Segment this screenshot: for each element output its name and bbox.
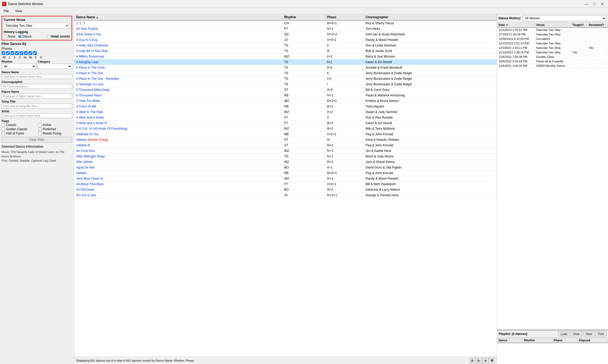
col-reviewed[interactable]: Reviewed? xyxy=(587,22,608,27)
col-taught[interactable]: Taught? xyxy=(571,22,587,27)
maximize-button[interactable]: □ xyxy=(591,1,598,7)
col-dance-name[interactable]: Dance Name ▲ xyxy=(74,14,282,20)
dance-name-cell[interactable]: A Thousand Years xyxy=(74,93,282,98)
dance-name-cell[interactable]: Adeline III xyxy=(74,143,282,148)
font-button[interactable]: A xyxy=(483,358,488,363)
history-row[interactable]: 11/6/2022 7:59:38 PMSunday Class xyxy=(497,55,608,59)
dance-name-cell[interactable]: A Place In The Sun xyxy=(74,71,282,76)
table-row[interactable]: A Wink And A SmileFTVRon & Ree Rumble xyxy=(74,115,497,120)
table-row[interactable]: 1, 2, 3CHIII+0+1Rey & Sherry Garza xyxy=(74,20,497,26)
table-row[interactable]: AladdinRBIII+2+1Peg & John Kincaid xyxy=(74,170,497,176)
dance-name-cell[interactable]: Ae Fond Kiss xyxy=(74,148,282,154)
history-row[interactable]: 12/30/2022 6:22:03 PMCirculators xyxy=(497,37,608,41)
table-row[interactable]: Agua De MarBOV+1David Goss & Ulla Figwer xyxy=(74,165,497,170)
table-row[interactable]: A Trace Of MeRBIII+2Yuka Hayami xyxy=(74,104,497,109)
table-row[interactable]: Ae Fond KissWZIV+1Jim & Kathie Kline xyxy=(74,148,497,154)
table-row[interactable]: 42nd Street 4 YouQSIV+0+2Gert-Jan & Susi… xyxy=(74,32,497,37)
dance-name-cell[interactable]: A Wink And A Smile xyxy=(74,115,282,120)
table-row[interactable]: A Thousand Miles AwaySTV+2Bill & Carol G… xyxy=(74,87,497,93)
table-row[interactable]: A.K.O.E. III (All Kinds Of Everything)WZ… xyxy=(74,126,497,132)
phase-check-4b[interactable] xyxy=(24,51,28,55)
table-row[interactable]: A Walk In The ParkWZV+2Dwain & Judy Sech… xyxy=(74,109,497,115)
dance-name-cell[interactable]: A Little Bit of Two Step xyxy=(74,48,282,54)
dance-name-cell[interactable]: A Place In The Choir xyxy=(74,65,282,71)
phase-check-1[interactable] xyxy=(6,51,10,55)
col-choreographer[interactable]: Choreographer xyxy=(363,14,497,20)
history-row[interactable]: 12/10/2022 2:01:14 PMSaturday Two Step xyxy=(497,41,608,46)
dance-name-cell[interactable]: Aladdin xyxy=(74,170,282,176)
dance-name-cell[interactable]: A Time For Waltz xyxy=(74,98,282,104)
flag-hall-of-fame[interactable]: Hall of Fame xyxy=(2,132,36,135)
history-row[interactable]: 1/7/2023 1:43:38 PMSaturday Two Step xyxy=(497,32,608,37)
dance-name-cell[interactable]: A Guy Is A Guy xyxy=(74,37,282,43)
dance-name-cell[interactable]: Alice Blue Gown IV xyxy=(74,176,282,181)
song-title-input[interactable] xyxy=(2,104,72,108)
dance-name-cell[interactable]: A Walk In The Park xyxy=(74,109,282,115)
history-row[interactable]: 3/26/2022 3:54:29 PMFiesta de la Cuadril… xyxy=(497,59,608,64)
dance-name-input[interactable] xyxy=(2,74,72,79)
table-row[interactable]: Alice Blue Gown IVWZIV+1Randy & Marie Pr… xyxy=(74,176,497,181)
artist-input[interactable] xyxy=(2,113,72,118)
col-phase[interactable]: Phase xyxy=(325,14,363,20)
phase-check-3[interactable] xyxy=(15,51,19,55)
table-row[interactable]: All Fall DownBOIII+2Adrienne & Larry Nel… xyxy=(74,187,497,193)
choreographer-input[interactable] xyxy=(2,84,72,89)
playlist-clear-button[interactable]: Clear xyxy=(570,332,582,336)
table-row[interactable]: Addicted To YouMEV+2+1Peg & John Kincaid xyxy=(74,132,497,137)
rhythm-select[interactable]: All TSFTWZRB VWSTCHME BOTGJVQS xyxy=(2,64,36,69)
table-row[interactable]: A Million TomorrowsWZII+2Barry & Sue Won… xyxy=(74,54,497,59)
table-row[interactable]: A Little Bit of Two StepTSIIIBob & Jacki… xyxy=(74,48,497,54)
dance-name-cell[interactable]: A Place In The Sun - Revisited xyxy=(74,76,282,82)
history-venue-select[interactable]: All Venues Saturday Two Step Sunday Clas… xyxy=(523,15,606,21)
radio-none[interactable]: None xyxy=(4,35,16,38)
phase-check-all[interactable] xyxy=(2,51,5,55)
table-row[interactable]: All About That BassFTV+0+1Bill & Beth Da… xyxy=(74,181,497,187)
history-row[interactable]: 12/3/2022 2:20:11 PMSaturday Two StepYes xyxy=(497,46,608,50)
playlist-load-button[interactable]: Load xyxy=(558,332,569,336)
dance-name-cell[interactable]: A Wink and a Smile III xyxy=(74,120,282,126)
dance-name-cell[interactable]: A Trace Of Me xyxy=(74,104,282,109)
flag-needs-fixing[interactable]: Needs Fixing xyxy=(38,132,72,135)
table-row[interactable]: A Wink and a Smile IIIFTIII+2Karen & Ed … xyxy=(74,120,497,126)
radio-dance[interactable]: Dance xyxy=(18,35,32,38)
dance-name-cell[interactable]: After Midnight Tango xyxy=(74,154,282,159)
dance-name-cell[interactable]: 42nd Street 4 You xyxy=(74,32,282,37)
history-row[interactable]: 11/19/2022 2:38:15 PMSaturday Two StepYe… xyxy=(497,50,608,55)
flag-golden-classic[interactable]: Golden Classic xyxy=(2,127,36,131)
close-button[interactable]: ✕ xyxy=(598,1,606,7)
table-row[interactable]: A Place In The ChoirTSII+2Annette & Fran… xyxy=(74,65,497,71)
dance-name-cell[interactable]: A Naughty Lady xyxy=(74,59,282,65)
dance-name-cell[interactable]: All About That Bass xyxy=(74,181,282,187)
dance-name-cell[interactable]: After Winter xyxy=(74,159,282,165)
dance-name-cell[interactable]: A.K.O.E. III (All Kinds Of Everything) xyxy=(74,126,282,132)
table-row[interactable]: A Teenager In LoveTSIJerry Buckmaster & … xyxy=(74,82,497,87)
table-row[interactable]: After Midnight TangoTGIV+1Brent & Judy M… xyxy=(74,154,497,159)
table-row[interactable]: After WinterWZIII+2Jack & Sharie Kenny xyxy=(74,159,497,165)
phase-check-6[interactable] xyxy=(33,51,37,55)
history-row[interactable]: 1/14/2023 1:20:51 PMSaturday Two Step xyxy=(497,27,608,32)
clear-filter-button[interactable]: Clear Filter xyxy=(2,137,72,143)
playlist-save-button[interactable]: Save xyxy=(583,332,595,336)
dance-name-cell[interactable]: A Million Tomorrows xyxy=(74,54,282,59)
phase-check-5[interactable] xyxy=(29,51,32,55)
table-row[interactable]: A Place In The Sun - RevisitedTSI+2Jerry… xyxy=(74,76,497,82)
dance-name-cell[interactable]: 16 Tons Foxtrot xyxy=(74,26,282,32)
sort-az-down-button[interactable]: A↓ xyxy=(476,358,482,363)
head-counts-checkbox[interactable]: Head counts xyxy=(47,35,70,38)
table-row[interactable]: A Place In The SunTSIIJerry Buckmaster &… xyxy=(74,71,497,76)
phase-check-4a[interactable] xyxy=(20,51,23,55)
phase-check-2[interactable] xyxy=(11,51,14,55)
table-row[interactable]: A Time For WaltzWZIII+2+1Kristine & Bruc… xyxy=(74,98,497,104)
playlist-print-button[interactable]: Print xyxy=(596,332,606,336)
menu-file[interactable]: File xyxy=(2,9,10,13)
dance-name-cell[interactable]: Addicted To You xyxy=(74,132,282,137)
dance-name-cell[interactable]: All I Do Is Jive xyxy=(74,193,282,198)
table-row[interactable]: Adeline IIISTIII+2Peg & John Kincaid xyxy=(74,143,497,148)
table-row[interactable]: All I Do Is JiveJVIV+2+1George & Pamela … xyxy=(74,193,497,198)
table-row[interactable]: A Guy Is A GuyJVV+0+1Randy & Marie Presk… xyxy=(74,37,497,43)
flag-classic[interactable]: Classic xyxy=(2,123,36,127)
dance-name-cell[interactable]: A Teenager In Love xyxy=(74,82,282,87)
minimize-button[interactable]: — xyxy=(583,1,590,7)
col-venue[interactable]: Venue xyxy=(534,22,571,27)
dance-name-cell[interactable]: 1, 2, 3 xyxy=(74,20,282,26)
